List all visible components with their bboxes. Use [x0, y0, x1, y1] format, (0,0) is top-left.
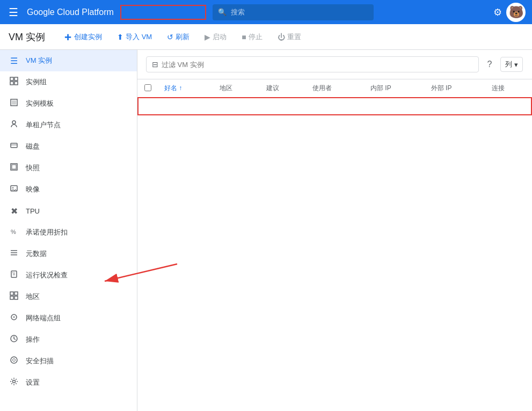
- sidebar-item-committed-use[interactable]: % 承诺使用折扣: [0, 222, 137, 243]
- svg-point-27: [13, 380, 16, 383]
- svg-rect-1: [14, 77, 18, 80]
- col-header-zone: 地区: [213, 79, 259, 98]
- svg-point-23: [13, 316, 15, 318]
- tpu-icon: ✖: [9, 206, 19, 216]
- zones-icon: [9, 291, 19, 302]
- vm-instances-icon: ☰: [9, 56, 19, 66]
- restart-button[interactable]: ⏻ 重置: [271, 29, 308, 45]
- svg-point-12: [12, 187, 14, 189]
- mascot[interactable]: 🐻: [506, 3, 526, 22]
- health-checks-icon: [9, 270, 19, 281]
- sidebar-content: ☰ VM 实例 实例组 实例模板 单租户节点: [0, 50, 137, 398]
- sidebar-item-vm-instances[interactable]: ☰ VM 实例: [0, 50, 137, 71]
- sub-header: VM 实例 🞣 创建实例 ⬆ 导入 VM ↺ 刷新 ▶ 启动 ■ 停止 ⏻ 重置: [0, 24, 532, 50]
- instance-groups-icon: [9, 77, 19, 87]
- col-header-connect: 连接: [485, 79, 531, 98]
- project-selector[interactable]: [120, 5, 206, 20]
- table-row: [138, 98, 531, 115]
- create-icon: 🞣: [64, 33, 72, 41]
- svg-rect-18: [10, 292, 13, 295]
- settings-icon: [9, 377, 19, 388]
- filter-help-button[interactable]: ?: [483, 58, 496, 71]
- svg-point-25: [11, 357, 17, 363]
- svg-rect-20: [10, 296, 13, 299]
- app-title: Google Cloud Platform: [27, 8, 114, 17]
- sidebar-item-health-checks[interactable]: 运行状况检查: [0, 265, 137, 286]
- svg-rect-10: [12, 165, 16, 169]
- operations-icon: [9, 334, 19, 345]
- svg-rect-3: [14, 82, 18, 85]
- create-instance-button[interactable]: 🞣 创建实例: [58, 29, 108, 45]
- instance-templates-icon: [9, 98, 19, 109]
- svg-rect-19: [14, 292, 18, 295]
- sidebar-item-metadata[interactable]: 元数据: [0, 243, 137, 265]
- select-all-header: [138, 79, 158, 98]
- filter-bar: ⊟ ? 列 ▾: [137, 50, 532, 79]
- sidebar-item-sole-tenant[interactable]: 单租户节点: [0, 114, 137, 136]
- network-endpoints-icon: [9, 313, 19, 324]
- svg-rect-7: [11, 143, 17, 148]
- col-header-internal-ip: 内部 IP: [364, 79, 425, 98]
- committed-use-icon: %: [9, 227, 19, 238]
- sidebar-item-instance-templates[interactable]: 实例模板: [0, 93, 137, 114]
- search-icon: 🔍: [218, 8, 227, 16]
- sidebar-item-settings[interactable]: 设置: [0, 372, 137, 393]
- filter-icon: ⊟: [152, 60, 158, 69]
- svg-rect-17: [11, 271, 17, 277]
- sidebar-item-operations[interactable]: 操作: [0, 329, 137, 350]
- menu-icon[interactable]: ☰: [6, 4, 20, 21]
- filter-input[interactable]: [162, 61, 473, 69]
- svg-point-6: [12, 121, 16, 124]
- col-header-name[interactable]: 好名 ↑: [158, 79, 213, 98]
- stop-button[interactable]: ■ 停止: [235, 29, 268, 45]
- svg-rect-0: [10, 77, 13, 80]
- disks-icon: [9, 141, 19, 152]
- sidebar-item-tpu[interactable]: ✖ TPU: [0, 200, 137, 222]
- start-icon: ▶: [205, 33, 210, 41]
- empty-row-cell: [138, 98, 531, 115]
- sidebar-item-snapshots[interactable]: 快照: [0, 157, 137, 179]
- top-header: ☰ Google Cloud Platform 🔍 ⚙ 🐻: [0, 0, 532, 24]
- sidebar-item-zones[interactable]: 地区: [0, 286, 137, 307]
- action-buttons: 🞣 创建实例 ⬆ 导入 VM ↺ 刷新 ▶ 启动 ■ 停止 ⏻ 重置: [58, 29, 308, 45]
- svg-rect-21: [14, 296, 18, 299]
- import-vm-button[interactable]: ⬆ 导入 VM: [111, 29, 158, 45]
- sidebar-item-disks[interactable]: 磁盘: [0, 136, 137, 157]
- search-bar: 🔍: [213, 4, 374, 20]
- images-icon: [9, 184, 19, 195]
- select-all-checkbox[interactable]: [144, 84, 151, 91]
- help-icon: ?: [487, 60, 492, 69]
- col-header-recommendation: 建议: [260, 79, 306, 98]
- table-header: 好名 ↑ 地区 建议 使用者 内部 IP 外部 IP: [138, 79, 531, 98]
- filter-input-wrapper: ⊟: [146, 56, 479, 72]
- table-header-row: 好名 ↑ 地区 建议 使用者 内部 IP 外部 IP: [138, 79, 531, 98]
- col-header-external-ip: 外部 IP: [425, 79, 485, 98]
- refresh-icon: ↺: [167, 33, 173, 41]
- svg-text:%: %: [11, 229, 16, 235]
- sidebar-item-instance-groups[interactable]: 实例组: [0, 71, 137, 93]
- sidebar: ☰ VM 实例 实例组 实例模板 单租户节点: [0, 50, 137, 411]
- page-title: VM 实例: [9, 31, 45, 43]
- svg-rect-2: [10, 82, 13, 85]
- header-right: ⚙ 🐻: [493, 3, 526, 22]
- instances-table: 好名 ↑ 地区 建议 使用者 内部 IP 外部 IP: [137, 79, 532, 115]
- start-button[interactable]: ▶ 启动: [198, 29, 233, 45]
- column-selector[interactable]: 列 ▾: [500, 57, 523, 72]
- gear-icon[interactable]: ⚙: [493, 6, 502, 18]
- svg-point-26: [13, 359, 16, 362]
- metadata-icon: [9, 248, 19, 259]
- restart-icon: ⏻: [278, 33, 285, 41]
- sole-tenant-icon: [9, 120, 19, 130]
- security-scan-icon: [9, 356, 19, 366]
- table-body: [138, 98, 531, 115]
- col-header-in-use-by: 使用者: [306, 79, 364, 98]
- stop-icon: ■: [242, 33, 246, 41]
- refresh-button[interactable]: ↺ 刷新: [161, 29, 196, 45]
- sidebar-item-network-endpoints[interactable]: 网络端点组: [0, 307, 137, 329]
- chevron-down-icon: ▾: [514, 61, 518, 69]
- sidebar-item-security-scan[interactable]: 安全扫描: [0, 350, 137, 372]
- search-input[interactable]: [231, 8, 368, 16]
- content-area: ⊟ ? 列 ▾ 好名 ↑: [137, 50, 532, 411]
- sidebar-item-images[interactable]: 映像: [0, 179, 137, 200]
- snapshots-icon: [9, 163, 19, 173]
